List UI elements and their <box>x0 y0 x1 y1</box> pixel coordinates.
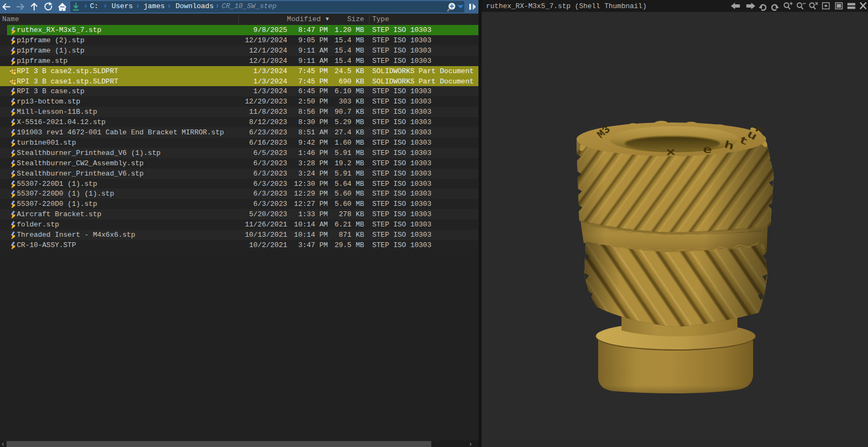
svg-text:e: e <box>702 144 713 156</box>
svg-text:x: x <box>666 146 676 158</box>
